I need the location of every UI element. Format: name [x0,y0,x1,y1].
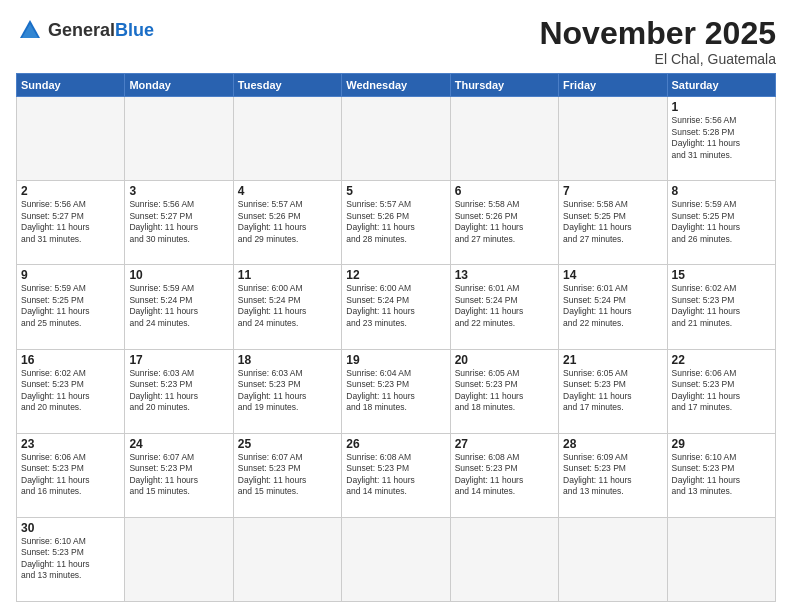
day-info: Sunrise: 6:03 AMSunset: 5:23 PMDaylight:… [129,368,228,414]
day-cell: 25 Sunrise: 6:07 AMSunset: 5:23 PMDaylig… [233,433,341,517]
day-info: Sunrise: 6:06 AMSunset: 5:23 PMDaylight:… [672,368,771,414]
day-info: Sunrise: 5:56 AMSunset: 5:27 PMDaylight:… [21,199,120,245]
day-number: 1 [672,100,771,114]
day-cell: 16 Sunrise: 6:02 AMSunset: 5:23 PMDaylig… [17,349,125,433]
empty-cell [559,97,667,181]
calendar-row: 23 Sunrise: 6:06 AMSunset: 5:23 PMDaylig… [17,433,776,517]
day-cell: 29 Sunrise: 6:10 AMSunset: 5:23 PMDaylig… [667,433,775,517]
day-cell: 11 Sunrise: 6:00 AMSunset: 5:24 PMDaylig… [233,265,341,349]
day-info: Sunrise: 5:56 AMSunset: 5:27 PMDaylight:… [129,199,228,245]
day-cell: 2 Sunrise: 5:56 AMSunset: 5:27 PMDayligh… [17,181,125,265]
day-number: 5 [346,184,445,198]
day-number: 13 [455,268,554,282]
day-cell: 1 Sunrise: 5:56 AMSunset: 5:28 PMDayligh… [667,97,775,181]
header-monday: Monday [125,74,233,97]
day-info: Sunrise: 6:00 AMSunset: 5:24 PMDaylight:… [346,283,445,329]
day-cell: 27 Sunrise: 6:08 AMSunset: 5:23 PMDaylig… [450,433,558,517]
header: GeneralBlue November 2025 El Chal, Guate… [16,16,776,67]
empty-cell [125,97,233,181]
day-number: 7 [563,184,662,198]
day-number: 27 [455,437,554,451]
day-cell: 17 Sunrise: 6:03 AMSunset: 5:23 PMDaylig… [125,349,233,433]
day-cell: 13 Sunrise: 6:01 AMSunset: 5:24 PMDaylig… [450,265,558,349]
day-cell: 9 Sunrise: 5:59 AMSunset: 5:25 PMDayligh… [17,265,125,349]
empty-cell [450,517,558,601]
calendar: Sunday Monday Tuesday Wednesday Thursday… [16,73,776,602]
day-cell: 19 Sunrise: 6:04 AMSunset: 5:23 PMDaylig… [342,349,450,433]
logo-text: GeneralBlue [48,21,154,40]
day-cell: 28 Sunrise: 6:09 AMSunset: 5:23 PMDaylig… [559,433,667,517]
day-cell: 26 Sunrise: 6:08 AMSunset: 5:23 PMDaylig… [342,433,450,517]
day-number: 11 [238,268,337,282]
day-info: Sunrise: 6:01 AMSunset: 5:24 PMDaylight:… [455,283,554,329]
day-info: Sunrise: 6:06 AMSunset: 5:23 PMDaylight:… [21,452,120,498]
logo-container: GeneralBlue [16,16,154,44]
month-title: November 2025 [539,16,776,51]
day-info: Sunrise: 5:57 AMSunset: 5:26 PMDaylight:… [346,199,445,245]
day-number: 16 [21,353,120,367]
calendar-row: 1 Sunrise: 5:56 AMSunset: 5:28 PMDayligh… [17,97,776,181]
day-number: 15 [672,268,771,282]
header-saturday: Saturday [667,74,775,97]
day-cell: 23 Sunrise: 6:06 AMSunset: 5:23 PMDaylig… [17,433,125,517]
day-info: Sunrise: 6:10 AMSunset: 5:23 PMDaylight:… [672,452,771,498]
day-number: 17 [129,353,228,367]
day-info: Sunrise: 6:07 AMSunset: 5:23 PMDaylight:… [129,452,228,498]
day-number: 2 [21,184,120,198]
day-number: 30 [21,521,120,535]
empty-cell [125,517,233,601]
day-number: 29 [672,437,771,451]
day-cell: 15 Sunrise: 6:02 AMSunset: 5:23 PMDaylig… [667,265,775,349]
header-friday: Friday [559,74,667,97]
day-cell: 30 Sunrise: 6:10 AMSunset: 5:23 PMDaylig… [17,517,125,601]
day-number: 23 [21,437,120,451]
day-cell: 24 Sunrise: 6:07 AMSunset: 5:23 PMDaylig… [125,433,233,517]
day-cell: 8 Sunrise: 5:59 AMSunset: 5:25 PMDayligh… [667,181,775,265]
day-info: Sunrise: 6:03 AMSunset: 5:23 PMDaylight:… [238,368,337,414]
header-thursday: Thursday [450,74,558,97]
day-info: Sunrise: 6:09 AMSunset: 5:23 PMDaylight:… [563,452,662,498]
day-number: 21 [563,353,662,367]
day-info: Sunrise: 6:10 AMSunset: 5:23 PMDaylight:… [21,536,120,582]
empty-cell [233,517,341,601]
day-cell: 18 Sunrise: 6:03 AMSunset: 5:23 PMDaylig… [233,349,341,433]
weekday-header-row: Sunday Monday Tuesday Wednesday Thursday… [17,74,776,97]
day-number: 22 [672,353,771,367]
logo: GeneralBlue [16,16,154,44]
day-cell: 7 Sunrise: 5:58 AMSunset: 5:25 PMDayligh… [559,181,667,265]
day-number: 18 [238,353,337,367]
day-info: Sunrise: 5:59 AMSunset: 5:25 PMDaylight:… [672,199,771,245]
day-info: Sunrise: 5:59 AMSunset: 5:24 PMDaylight:… [129,283,228,329]
header-sunday: Sunday [17,74,125,97]
day-info: Sunrise: 6:02 AMSunset: 5:23 PMDaylight:… [672,283,771,329]
calendar-row: 30 Sunrise: 6:10 AMSunset: 5:23 PMDaylig… [17,517,776,601]
day-info: Sunrise: 6:00 AMSunset: 5:24 PMDaylight:… [238,283,337,329]
day-number: 6 [455,184,554,198]
day-info: Sunrise: 6:01 AMSunset: 5:24 PMDaylight:… [563,283,662,329]
calendar-row: 9 Sunrise: 5:59 AMSunset: 5:25 PMDayligh… [17,265,776,349]
day-cell: 5 Sunrise: 5:57 AMSunset: 5:26 PMDayligh… [342,181,450,265]
day-cell: 12 Sunrise: 6:00 AMSunset: 5:24 PMDaylig… [342,265,450,349]
empty-cell [342,517,450,601]
day-number: 26 [346,437,445,451]
day-number: 4 [238,184,337,198]
day-number: 20 [455,353,554,367]
empty-cell [342,97,450,181]
day-cell: 14 Sunrise: 6:01 AMSunset: 5:24 PMDaylig… [559,265,667,349]
day-info: Sunrise: 5:59 AMSunset: 5:25 PMDaylight:… [21,283,120,329]
title-area: November 2025 El Chal, Guatemala [539,16,776,67]
day-cell: 20 Sunrise: 6:05 AMSunset: 5:23 PMDaylig… [450,349,558,433]
day-info: Sunrise: 6:05 AMSunset: 5:23 PMDaylight:… [455,368,554,414]
calendar-row: 2 Sunrise: 5:56 AMSunset: 5:27 PMDayligh… [17,181,776,265]
day-number: 19 [346,353,445,367]
header-tuesday: Tuesday [233,74,341,97]
empty-cell [667,517,775,601]
day-number: 10 [129,268,228,282]
day-number: 25 [238,437,337,451]
day-number: 14 [563,268,662,282]
page: GeneralBlue November 2025 El Chal, Guate… [0,0,792,612]
day-cell: 21 Sunrise: 6:05 AMSunset: 5:23 PMDaylig… [559,349,667,433]
location-subtitle: El Chal, Guatemala [539,51,776,67]
calendar-row: 16 Sunrise: 6:02 AMSunset: 5:23 PMDaylig… [17,349,776,433]
day-number: 3 [129,184,228,198]
